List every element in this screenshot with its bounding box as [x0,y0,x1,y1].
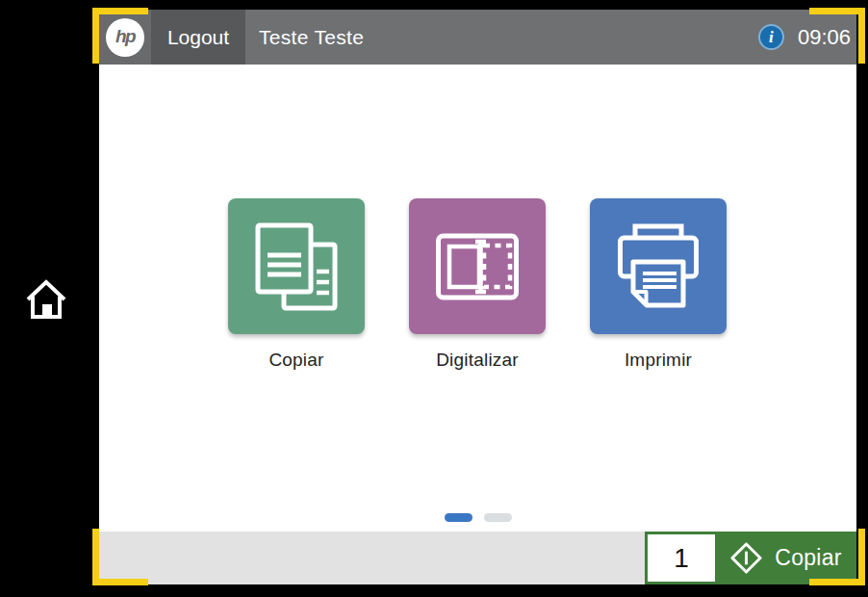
page-indicator [99,513,856,522]
page-dot-inactive[interactable] [484,513,512,522]
start-diamond-icon [729,541,763,575]
top-bar: hp Logout Teste Teste i 09:06 [99,10,856,65]
info-button[interactable]: i [758,24,784,50]
tile-label-digitalizar: Digitalizar [409,350,546,371]
start-copy-label: Copiar [775,545,842,571]
info-icon: i [769,28,774,47]
logout-button[interactable]: Logout [151,10,245,65]
clock: 09:06 [798,25,851,50]
print-icon [617,221,700,312]
tile-imprimir[interactable] [590,198,727,334]
device-bezel: hp Logout Teste Teste i 09:06 [0,0,868,597]
logout-label: Logout [167,26,229,49]
tile-copiar[interactable] [228,198,365,334]
touchscreen: hp Logout Teste Teste i 09:06 [99,10,856,584]
start-copy-button[interactable]: Copiar [715,532,856,584]
copy-icon [255,221,338,312]
hp-logo-icon: hp [106,18,144,57]
focus-bracket-top-left [92,8,148,14]
quickset-bar: 1 Copiar [99,532,856,584]
tile-digitalizar[interactable] [409,198,546,334]
focus-bracket-bottom-left-v [92,529,99,585]
copy-count-value: 1 [674,543,689,574]
focus-bracket-bottom-right [809,579,865,585]
focus-bracket-top-left-v [92,8,99,64]
signed-in-user-title: Teste Teste [259,10,364,65]
page-dot-active[interactable] [445,513,472,522]
hp-logo: hp [99,10,151,65]
tile-label-copiar: Copiar [228,350,365,371]
home-button[interactable] [24,277,68,322]
scan-icon [436,221,519,312]
focus-bracket-bottom-right-v [858,529,865,585]
focus-bracket-top-right-v [858,8,865,64]
home-icon [24,277,68,320]
focus-bracket-bottom-left [92,579,148,585]
home-screen: Copiar Digitalizar [99,65,856,532]
focus-bracket-top-right [809,8,865,14]
tile-label-imprimir: Imprimir [590,350,727,371]
start-copy-area: 1 Copiar [645,532,856,584]
copy-count-box[interactable]: 1 [648,534,715,582]
